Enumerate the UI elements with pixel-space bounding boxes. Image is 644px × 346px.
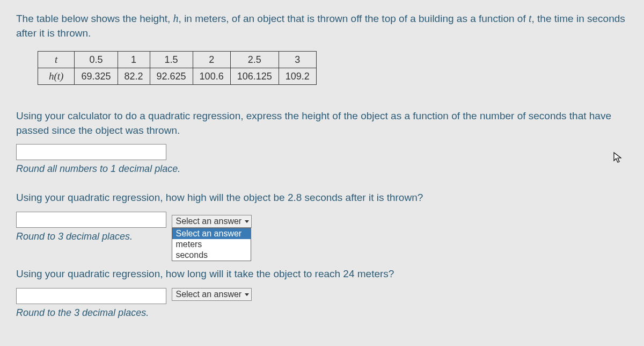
table-cell: 69.325: [75, 68, 118, 85]
answer-input-3[interactable]: [16, 288, 166, 304]
table-cell: 92.625: [150, 68, 193, 85]
table-cell: 1: [118, 52, 150, 68]
answer-input-2[interactable]: [16, 212, 166, 228]
hint-3: Round to the 3 decimal places.: [16, 307, 628, 319]
answer-row-2: Select an answer Select an answer meters…: [16, 212, 628, 228]
question-1-text: Using your calculator to do a quadratic …: [16, 109, 628, 138]
table-row: h(t) 69.325 82.2 92.625 100.6 106.125 10…: [38, 68, 317, 85]
question-2-text: Using your quadratic regression, how hig…: [16, 191, 628, 205]
table-cell: 109.2: [279, 68, 316, 85]
table-cell: 1.5: [150, 52, 193, 68]
unit-select-3[interactable]: Select an answer: [172, 288, 252, 301]
question-3-text: Using your quadratic regression, how lon…: [16, 267, 628, 282]
table-cell: 100.6: [193, 68, 230, 85]
intro-text-2: , in meters, of an object that is thrown…: [179, 13, 529, 24]
variable-h: h: [173, 12, 179, 24]
intro-paragraph: The table below shows the height, h, in …: [16, 11, 628, 40]
hint-1: Round all numbers to 1 decimal place.: [16, 163, 628, 175]
row-header-t: t: [38, 52, 75, 68]
table-cell: 3: [279, 52, 316, 68]
unit-select-2[interactable]: Select an answer: [172, 215, 252, 228]
hint-2: Round to 3 decimal places.: [16, 231, 133, 242]
table-cell: 2: [193, 52, 230, 68]
table-cell: 82.2: [118, 68, 150, 85]
dropdown-option-seconds[interactable]: seconds: [172, 250, 251, 261]
answer-input-1[interactable]: [16, 144, 166, 160]
dropdown-option-meters[interactable]: meters: [172, 239, 251, 250]
answer-row-3: Select an answer: [16, 288, 628, 304]
question-page: The table below shows the height, h, in …: [0, 0, 644, 346]
table-row: t 0.5 1 1.5 2 2.5 3: [38, 52, 317, 68]
table-cell: 0.5: [75, 52, 118, 68]
table-cell: 2.5: [230, 52, 279, 68]
intro-text-1: The table below shows the height,: [16, 13, 173, 24]
data-table: t 0.5 1 1.5 2 2.5 3 h(t) 69.325 82.2 92.…: [38, 51, 317, 85]
dropdown-option-placeholder[interactable]: Select an answer: [172, 228, 251, 239]
unit-dropdown-2: Select an answer meters seconds: [172, 228, 251, 261]
table-cell: 106.125: [230, 68, 279, 85]
row-header-ht: h(t): [38, 68, 75, 85]
